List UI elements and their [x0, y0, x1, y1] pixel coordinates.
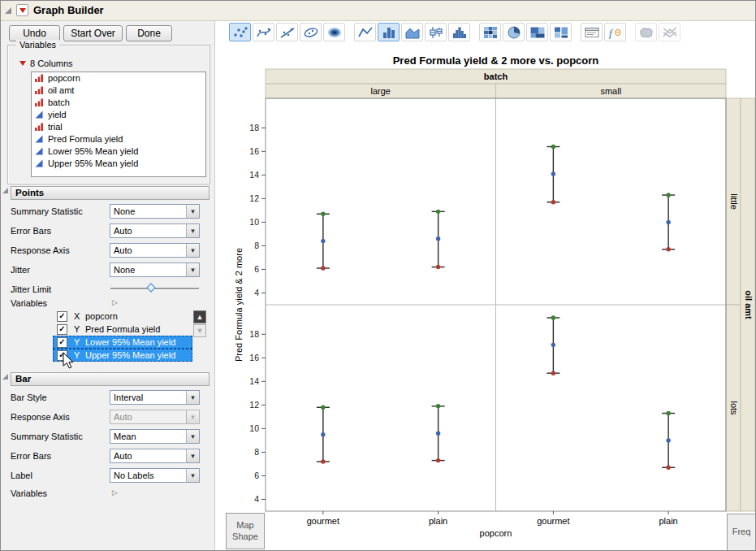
- box-plot-icon[interactable]: [425, 23, 447, 41]
- continuous-icon: [34, 110, 44, 119]
- field-label: Response Axis: [11, 245, 70, 256]
- line-icon[interactable]: [354, 23, 376, 41]
- map-shape-drop-zone[interactable]: Map Shape: [226, 513, 265, 549]
- points-icon[interactable]: [229, 23, 251, 41]
- chart-pane: [214, 20, 756, 551]
- red-triangle-icon: [19, 8, 26, 13]
- pie-icon[interactable]: [503, 23, 525, 41]
- field-label: Jitter Limit: [11, 284, 51, 295]
- chevron-down-icon: ▾: [186, 449, 199, 462]
- done-button[interactable]: Done: [126, 25, 172, 41]
- nominal-icon: [34, 122, 44, 132]
- move-up-button[interactable]: ▲: [193, 310, 206, 323]
- nominal-icon: [34, 73, 44, 83]
- bar-icon[interactable]: [378, 23, 400, 41]
- area-icon[interactable]: [401, 23, 423, 41]
- red-triangle-menu-button[interactable]: [16, 4, 28, 16]
- smoother-icon[interactable]: [253, 23, 274, 41]
- points-jitter-select[interactable]: None ▾: [110, 262, 200, 277]
- checkbox[interactable]: ✓: [57, 311, 67, 322]
- treemap-icon[interactable]: [526, 23, 548, 41]
- nominal-icon: [34, 98, 44, 107]
- points-summary-statistic-select[interactable]: None ▾: [110, 204, 200, 219]
- contour-icon[interactable]: [323, 23, 345, 41]
- mouse-cursor-icon: [63, 352, 75, 370]
- points-disclosure-icon[interactable]: [2, 188, 8, 193]
- red-triangle-icon: [19, 61, 26, 66]
- bar-section-header[interactable]: Bar: [11, 372, 210, 386]
- column-item[interactable]: batch: [32, 97, 205, 109]
- variables-disclosure-icon[interactable]: ▷: [112, 299, 118, 306]
- points-error-bars-select[interactable]: Auto ▾: [110, 223, 200, 238]
- bar-label-select[interactable]: No Labels ▾: [110, 468, 200, 483]
- field-label: Variables: [11, 298, 47, 309]
- chevron-down-icon: ▾: [186, 391, 199, 404]
- nominal-icon: [34, 85, 44, 95]
- outline-disclosure-icon[interactable]: [5, 7, 11, 14]
- points-variable-row[interactable]: ✓Xpopcorn: [53, 310, 192, 323]
- bar-error-bars-select[interactable]: Auto ▾: [110, 449, 200, 463]
- column-item[interactable]: Lower 95% Mean yield: [32, 145, 205, 158]
- column-item[interactable]: Pred Formula yield: [32, 133, 205, 145]
- column-item[interactable]: popcorn: [32, 72, 205, 85]
- chevron-down-icon: ▾: [186, 224, 199, 237]
- field-label: Summary Statistic: [11, 206, 83, 217]
- variables-disclosure-icon[interactable]: ▷: [112, 489, 118, 497]
- undo-button[interactable]: Undo: [9, 25, 60, 41]
- ellipse-icon[interactable]: [300, 23, 322, 41]
- parallel-plot-icon: [659, 23, 680, 41]
- page-title: Graph Builder: [33, 4, 104, 16]
- checkbox[interactable]: ✓: [57, 324, 67, 335]
- histogram-icon[interactable]: [448, 23, 470, 41]
- field-label: Error Bars: [11, 451, 51, 462]
- points-variable-row[interactable]: ✓YLower 95% Mean yield: [53, 336, 192, 349]
- column-item[interactable]: yield: [32, 109, 205, 121]
- line-of-fit-icon[interactable]: [276, 23, 298, 41]
- heatmap-icon[interactable]: [479, 23, 501, 41]
- column-item[interactable]: oil amt: [32, 85, 205, 97]
- variables-group-label: Variables: [16, 40, 59, 50]
- field-label: Error Bars: [11, 226, 51, 236]
- column-item[interactable]: trial: [32, 121, 205, 133]
- map-shape-icon: [635, 23, 657, 41]
- title-bar: Graph Builder: [1, 1, 755, 21]
- slider-thumb[interactable]: [146, 283, 155, 292]
- field-label: Label: [11, 471, 32, 481]
- continuous-icon: [34, 158, 44, 168]
- continuous-icon: [34, 146, 44, 156]
- field-label: Response Axis: [11, 412, 70, 423]
- caption-box-icon[interactable]: [581, 23, 603, 41]
- bar-summary-statistic-select[interactable]: Mean ▾: [110, 429, 200, 444]
- svg-text:Θ: Θ: [615, 28, 621, 37]
- field-label: Jitter: [11, 265, 30, 276]
- mosaic-icon[interactable]: [550, 23, 572, 41]
- variables-group: Variables 8 Columns popcornoil amtbatchy…: [7, 45, 210, 184]
- formula-icon[interactable]: fΘ: [604, 23, 626, 41]
- graph-builder-window: Graph Builder Undo Start Over Done fΘ Va…: [0, 0, 756, 551]
- checkbox[interactable]: ✓: [57, 337, 67, 348]
- chevron-down-icon: ▾: [186, 469, 199, 482]
- columns-outline[interactable]: 8 Columns: [19, 59, 73, 68]
- field-label: Bar Style: [11, 393, 47, 403]
- field-label: Summary Statistic: [11, 432, 83, 442]
- start-over-button[interactable]: Start Over: [63, 25, 123, 41]
- element-palette: fΘ: [229, 23, 682, 41]
- points-response-axis-select[interactable]: Auto ▾: [110, 243, 200, 258]
- jitter-limit-slider[interactable]: [110, 284, 200, 293]
- freq-drop-zone[interactable]: Freq: [727, 514, 756, 551]
- chevron-down-icon: ▾: [186, 263, 199, 276]
- bar-response-axis-select: Auto ▾: [110, 410, 200, 424]
- chevron-down-icon: ▾: [186, 410, 199, 423]
- bar-style-select[interactable]: Interval ▾: [110, 390, 200, 405]
- continuous-icon: [34, 134, 44, 144]
- column-item[interactable]: Upper 95% Mean yield: [32, 158, 205, 170]
- field-label: Variables: [11, 488, 47, 499]
- columns-list[interactable]: popcornoil amtbatchyieldtrialPred Formul…: [31, 72, 206, 177]
- bar-disclosure-icon[interactable]: [2, 374, 8, 380]
- points-section-header[interactable]: Points: [11, 186, 210, 200]
- move-down-button[interactable]: ▼: [193, 324, 206, 337]
- points-variable-row[interactable]: ✓YPred Formula yield: [53, 323, 192, 336]
- chevron-down-icon: ▾: [186, 205, 199, 218]
- columns-count-label: 8 Columns: [30, 59, 73, 68]
- chevron-down-icon: ▾: [186, 244, 199, 257]
